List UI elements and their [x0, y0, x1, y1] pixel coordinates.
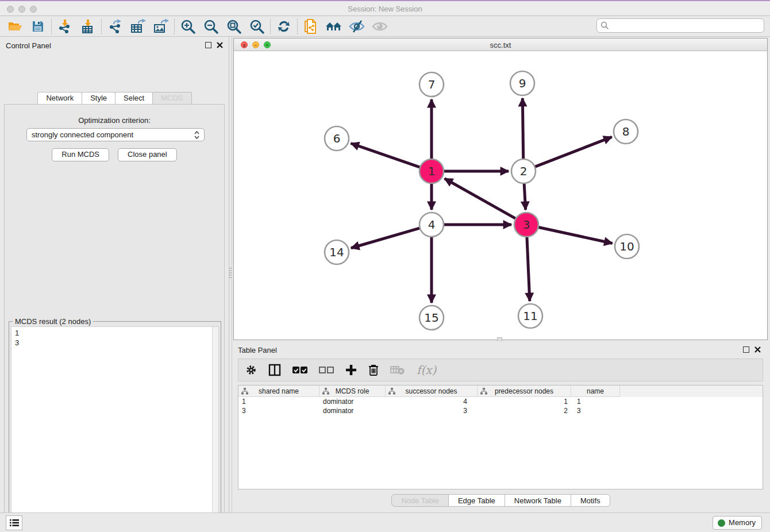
- network-view-window: x − + scc.txt 7968124314101511: [233, 38, 768, 340]
- open-file-icon[interactable]: [3, 17, 26, 36]
- graph-edge-3-1[interactable]: [445, 179, 517, 219]
- table-panel-title: Table Panel: [238, 346, 277, 354]
- graph-edge-2-3[interactable]: [524, 182, 526, 210]
- graph-edge-3-11[interactable]: [527, 236, 530, 301]
- graph-node-3[interactable]: 3: [514, 213, 538, 237]
- import-network-icon[interactable]: [53, 17, 76, 36]
- delete-column-icon[interactable]: [368, 364, 379, 376]
- svg-text:14: 14: [329, 245, 344, 259]
- svg-text:4: 4: [428, 218, 436, 232]
- export-table-icon[interactable]: [126, 17, 149, 36]
- network-window-title: scc.txt: [234, 41, 767, 49]
- table-panel: Table Panel f(x) shared name MCDS role s…: [233, 341, 768, 511]
- graph-node-10[interactable]: 10: [615, 234, 639, 259]
- export-image-icon[interactable]: [149, 17, 172, 36]
- tab-mcds[interactable]: MCDS: [152, 92, 191, 104]
- close-panel-icon[interactable]: [217, 42, 223, 48]
- show-all-networks-icon[interactable]: [322, 17, 345, 36]
- graph-edge-1-6[interactable]: [351, 143, 421, 167]
- graph-node-11[interactable]: 11: [518, 304, 542, 328]
- mcds-result-line: 3: [15, 338, 218, 348]
- show-selected-icon: [368, 17, 391, 36]
- duplicate-network-icon[interactable]: [299, 17, 322, 36]
- graph-node-9[interactable]: 9: [510, 71, 534, 95]
- table-toolbar: f(x): [238, 358, 763, 381]
- column-header-successor-nodes[interactable]: successor nodes: [386, 385, 478, 397]
- column-header-name[interactable]: name: [571, 385, 620, 397]
- import-table-icon[interactable]: [76, 17, 99, 36]
- hide-selected-icon[interactable]: [345, 17, 368, 36]
- graph-edge-2-9[interactable]: [522, 98, 523, 160]
- column-hierarchy-icon: [241, 388, 248, 395]
- select-all-icon[interactable]: [292, 366, 307, 374]
- zoom-selected-icon[interactable]: [245, 17, 268, 36]
- tab-network-table[interactable]: Network Table: [505, 494, 571, 507]
- cell-name: 3: [571, 407, 620, 415]
- node-table[interactable]: shared name MCDS role successor nodes pr…: [238, 385, 763, 489]
- graph-edge-3-10[interactable]: [537, 227, 613, 243]
- deselect-all-icon[interactable]: [319, 366, 334, 374]
- criterion-value: strongly connected component: [32, 130, 133, 139]
- task-history-button[interactable]: [6, 515, 22, 530]
- column-hierarchy-icon: [480, 388, 487, 395]
- float-panel-icon[interactable]: [205, 42, 211, 48]
- cell-mcds-role: dominator: [319, 398, 386, 406]
- column-header-mcds-role[interactable]: MCDS role: [319, 385, 386, 397]
- network-window-titlebar[interactable]: x − + scc.txt: [234, 38, 767, 51]
- zoom-fit-icon[interactable]: [222, 17, 245, 36]
- table-row[interactable]: 3 dominator 3 2 3: [238, 406, 763, 415]
- graph-node-8[interactable]: 8: [614, 119, 638, 144]
- show-columns-icon[interactable]: [268, 364, 281, 376]
- mcds-result-list[interactable]: 1 3: [11, 326, 219, 532]
- graph-node-4[interactable]: 4: [419, 213, 444, 237]
- graph-node-1[interactable]: 1: [419, 159, 444, 183]
- table-tabs: Node Table Edge Table Network Table Moti…: [233, 494, 768, 507]
- tab-network[interactable]: Network: [37, 92, 82, 104]
- save-session-icon[interactable]: [26, 17, 49, 36]
- svg-text:15: 15: [424, 311, 438, 325]
- graph-node-14[interactable]: 14: [325, 240, 349, 264]
- network-canvas[interactable]: 7968124314101511: [234, 51, 767, 340]
- network-graph: 7968124314101511: [234, 51, 768, 341]
- search-box[interactable]: [596, 18, 764, 33]
- table-close-icon[interactable]: [754, 346, 761, 353]
- graph-node-15[interactable]: 15: [419, 306, 444, 330]
- zoom-out-icon[interactable]: [199, 17, 222, 36]
- add-column-icon[interactable]: [345, 364, 357, 376]
- column-header-predecessor-nodes[interactable]: predecessor nodes: [478, 385, 571, 397]
- table-row[interactable]: 1 dominator 4 1 1: [238, 397, 763, 406]
- task-list-icon: [10, 519, 19, 527]
- panel-splitter[interactable]: [229, 37, 232, 512]
- svg-text:1: 1: [428, 164, 436, 178]
- run-mcds-button[interactable]: Run MCDS: [52, 148, 109, 161]
- memory-status-icon: [718, 519, 725, 527]
- tab-node-table[interactable]: Node Table: [391, 494, 449, 507]
- tab-select[interactable]: Select: [115, 92, 153, 104]
- search-input[interactable]: [611, 21, 764, 30]
- cell-successor-nodes: 3: [386, 407, 478, 415]
- tab-motifs[interactable]: Motifs: [571, 494, 610, 507]
- close-panel-button[interactable]: Close panel: [118, 148, 177, 161]
- graph-node-7[interactable]: 7: [419, 72, 444, 97]
- tab-edge-table[interactable]: Edge Table: [448, 494, 505, 507]
- apply-layout-icon[interactable]: [272, 17, 295, 36]
- splitter-handle-icon[interactable]: [229, 268, 232, 278]
- table-settings-gear-icon[interactable]: [245, 364, 257, 376]
- graph-node-2[interactable]: 2: [511, 159, 536, 183]
- optimization-criterion-label: Optimization criterion:: [5, 116, 224, 125]
- control-panel-tabs: Network Style Select MCDS: [0, 92, 229, 104]
- table-float-icon[interactable]: [743, 346, 749, 353]
- graph-node-6[interactable]: 6: [325, 126, 349, 151]
- memory-button[interactable]: Memory: [713, 516, 762, 530]
- column-header-shared-name[interactable]: shared name: [238, 385, 319, 397]
- graph-edge-4-14[interactable]: [351, 228, 421, 248]
- criterion-select[interactable]: strongly connected component: [26, 128, 205, 141]
- tab-style[interactable]: Style: [82, 92, 116, 104]
- svg-text:8: 8: [622, 125, 630, 138]
- result-scrollbar[interactable]: [212, 327, 218, 532]
- graph-edge-2-8[interactable]: [534, 137, 612, 167]
- zoom-in-icon[interactable]: [176, 17, 199, 36]
- export-network-icon[interactable]: [103, 17, 126, 36]
- mcds-result-title: MCDS result (2 nodes): [13, 317, 93, 326]
- cell-predecessor-nodes: 1: [478, 398, 571, 406]
